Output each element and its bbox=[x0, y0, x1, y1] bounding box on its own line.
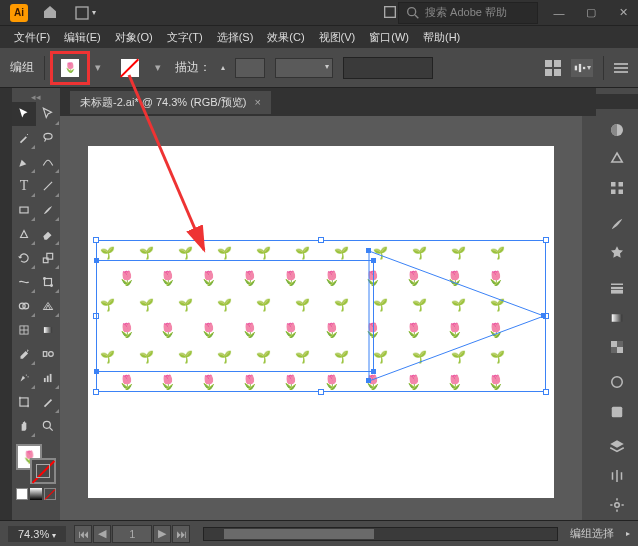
document-tab[interactable]: 未标题-2.ai* @ 74.3% (RGB/预览) × bbox=[70, 91, 271, 114]
perspective-grid-tool[interactable] bbox=[36, 294, 60, 318]
layers-panel[interactable] bbox=[599, 435, 635, 460]
options-menu-button[interactable] bbox=[614, 61, 628, 75]
selection-tool[interactable] bbox=[12, 102, 36, 126]
scale-tool[interactable] bbox=[36, 246, 60, 270]
menu-object[interactable]: 对象(O) bbox=[109, 28, 159, 47]
brushes-panel[interactable] bbox=[599, 211, 635, 236]
toolbox-collapse[interactable]: ◂◂ bbox=[12, 92, 60, 102]
minimize-button[interactable]: — bbox=[548, 5, 570, 21]
triangle-path[interactable] bbox=[364, 246, 554, 386]
rectangle-tool[interactable] bbox=[12, 198, 36, 222]
selection-handle[interactable] bbox=[543, 389, 549, 395]
shape-builder-tool[interactable] bbox=[12, 294, 36, 318]
anchor-point[interactable] bbox=[366, 248, 371, 253]
eyedropper-tool[interactable] bbox=[12, 342, 36, 366]
swatches-panel[interactable] bbox=[599, 175, 635, 200]
vertical-scrollbar[interactable] bbox=[582, 116, 596, 520]
align-panel-button[interactable]: ▾ bbox=[571, 59, 593, 77]
pen-tool[interactable] bbox=[12, 150, 36, 174]
stroke-color[interactable] bbox=[30, 458, 56, 484]
brush-definition-picker[interactable] bbox=[343, 57, 433, 79]
maximize-button[interactable]: ▢ bbox=[580, 5, 602, 21]
arrange-docs-icon[interactable]: ▾ bbox=[74, 5, 96, 21]
menu-window[interactable]: 窗口(W) bbox=[363, 28, 415, 47]
scrollbar-thumb[interactable] bbox=[224, 529, 374, 539]
libraries-panel[interactable] bbox=[599, 464, 635, 489]
rectangle-path[interactable] bbox=[96, 260, 374, 372]
close-button[interactable]: ✕ bbox=[612, 5, 634, 21]
mesh-tool[interactable] bbox=[12, 318, 36, 342]
rotate-tool[interactable] bbox=[12, 246, 36, 270]
anchor-point[interactable] bbox=[94, 258, 99, 263]
selection-handle[interactable] bbox=[543, 237, 549, 243]
blend-tool[interactable] bbox=[36, 342, 60, 366]
fill-dropdown[interactable]: ▾ bbox=[95, 61, 105, 74]
magic-wand-tool[interactable] bbox=[12, 126, 36, 150]
search-box[interactable]: 搜索 Adobe 帮助 bbox=[398, 2, 538, 24]
stroke-stepper-up[interactable]: ▴ bbox=[221, 64, 225, 72]
selection-handle[interactable] bbox=[318, 237, 324, 243]
transparency-panel[interactable] bbox=[599, 334, 635, 359]
symbols-panel[interactable] bbox=[599, 240, 635, 265]
color-mode-gradient[interactable] bbox=[30, 488, 42, 500]
type-tool[interactable]: T bbox=[12, 174, 36, 198]
eraser-tool[interactable] bbox=[36, 222, 60, 246]
hand-tool[interactable] bbox=[12, 414, 36, 438]
menu-select[interactable]: 选择(S) bbox=[211, 28, 260, 47]
stroke-profile-picker[interactable]: ▾ bbox=[275, 58, 333, 78]
align-grid-icon[interactable] bbox=[545, 60, 561, 76]
stroke-panel[interactable] bbox=[599, 276, 635, 301]
anchor-point[interactable] bbox=[541, 313, 546, 318]
anchor-point[interactable] bbox=[366, 378, 371, 383]
anchor-point[interactable] bbox=[94, 369, 99, 374]
panel-collapse[interactable] bbox=[596, 94, 638, 109]
stock-icon[interactable] bbox=[382, 4, 398, 22]
zoom-tool[interactable] bbox=[36, 414, 60, 438]
selection-handle[interactable] bbox=[318, 389, 324, 395]
curvature-tool[interactable] bbox=[36, 150, 60, 174]
slice-tool[interactable] bbox=[36, 390, 60, 414]
column-graph-tool[interactable] bbox=[36, 366, 60, 390]
canvas-area[interactable]: 🌱🌱🌱🌱🌱🌱🌱🌱🌱🌱🌱 🌷🌷🌷🌷🌷🌷🌷🌷🌷🌷 🌱🌱🌱🌱🌱🌱🌱🌱🌱🌱🌱 🌷🌷🌷🌷🌷… bbox=[60, 116, 596, 520]
menu-help[interactable]: 帮助(H) bbox=[417, 28, 466, 47]
menu-type[interactable]: 文字(T) bbox=[161, 28, 209, 47]
zoom-level[interactable]: 74.3% ▾ bbox=[8, 526, 66, 542]
last-artboard-button[interactable]: ⏭ bbox=[172, 525, 190, 543]
color-guide-panel[interactable] bbox=[599, 146, 635, 171]
stroke-weight-input[interactable] bbox=[235, 58, 265, 78]
lasso-tool[interactable] bbox=[36, 126, 60, 150]
gradient-panel[interactable] bbox=[599, 305, 635, 330]
prev-artboard-button[interactable]: ◀ bbox=[93, 525, 111, 543]
color-mode-none[interactable] bbox=[44, 488, 56, 500]
paintbrush-tool[interactable] bbox=[36, 198, 60, 222]
stroke-swatch[interactable] bbox=[115, 56, 145, 80]
horizontal-scrollbar[interactable] bbox=[203, 527, 558, 541]
fill-stroke-indicator[interactable]: 🌷 bbox=[16, 444, 56, 484]
menu-edit[interactable]: 编辑(E) bbox=[58, 28, 107, 47]
color-panel[interactable] bbox=[599, 117, 635, 142]
menu-file[interactable]: 文件(F) bbox=[8, 28, 56, 47]
artboard-number[interactable]: 1 bbox=[112, 525, 152, 543]
shaper-tool[interactable] bbox=[12, 222, 36, 246]
selection-handle[interactable] bbox=[93, 389, 99, 395]
gradient-tool[interactable] bbox=[36, 318, 60, 342]
symbol-sprayer-tool[interactable] bbox=[12, 366, 36, 390]
properties-panel[interactable] bbox=[599, 493, 635, 518]
line-segment-tool[interactable] bbox=[36, 174, 60, 198]
first-artboard-button[interactable]: ⏮ bbox=[74, 525, 92, 543]
selection-info-dropdown[interactable]: ▸ bbox=[626, 529, 630, 538]
color-mode-solid[interactable] bbox=[16, 488, 28, 500]
artboard-tool[interactable] bbox=[12, 390, 36, 414]
free-transform-tool[interactable] bbox=[36, 270, 60, 294]
appearance-panel[interactable] bbox=[599, 370, 635, 395]
graphic-styles-panel[interactable] bbox=[599, 399, 635, 424]
next-artboard-button[interactable]: ▶ bbox=[153, 525, 171, 543]
stroke-dropdown[interactable]: ▾ bbox=[155, 61, 165, 74]
selection-handle[interactable] bbox=[93, 237, 99, 243]
home-icon[interactable] bbox=[42, 4, 58, 22]
menu-effect[interactable]: 效果(C) bbox=[261, 28, 310, 47]
tab-close-button[interactable]: × bbox=[254, 96, 260, 108]
fill-swatch[interactable]: 🌷 bbox=[55, 56, 85, 80]
direct-selection-tool[interactable] bbox=[36, 102, 60, 126]
menu-view[interactable]: 视图(V) bbox=[313, 28, 362, 47]
